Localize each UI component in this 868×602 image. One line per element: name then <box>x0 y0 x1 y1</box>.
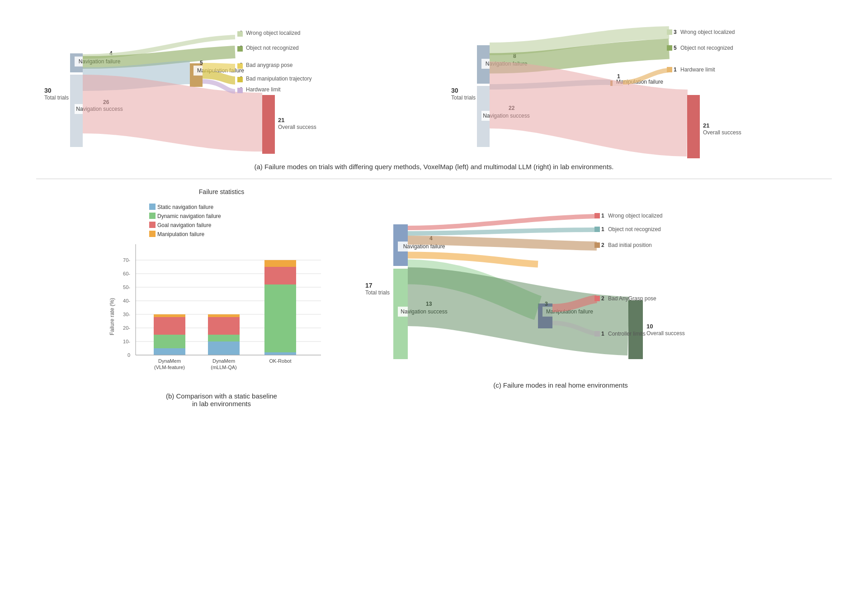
legend-manip-swatch <box>149 231 156 237</box>
home-overall-success-count: 10 <box>646 323 653 330</box>
y-tick-0: 0 <box>127 352 130 358</box>
total-trials-left-count: 30 <box>44 87 52 94</box>
bad-traj-swatch-left <box>237 77 243 82</box>
home-bad-anygrasp-count: 2 <box>601 295 604 302</box>
home-controller-swatch <box>594 331 600 337</box>
obj-not-rec-label-left: Object not recognized <box>246 45 299 51</box>
total-trials-right-label: Total trials <box>451 95 476 101</box>
bar-chart-container: Failure statistics Static navigation fai… <box>104 188 339 408</box>
legend-static-label: Static navigation failure <box>157 204 213 210</box>
bar3-manip <box>264 260 296 267</box>
bar2-label1: DynaMem <box>212 358 235 364</box>
total-trials-left-label: Total trials <box>44 95 69 101</box>
bar1-static <box>154 348 185 355</box>
bad-anygrasp-swatch-left <box>237 63 243 69</box>
bar1-manip <box>154 314 185 317</box>
overall-success-block-right <box>687 95 700 158</box>
bottom-left-caption-line1: (b) Comparison with a static baseline <box>104 392 339 400</box>
y-tick-60: 60- <box>123 271 130 276</box>
hw-limit-swatch-left <box>237 88 243 93</box>
home-wrong-obj-count: 1 <box>601 213 604 219</box>
home-obj-not-rec-count: 1 <box>601 226 604 232</box>
home-bad-init-swatch <box>594 242 600 248</box>
home-total-label: Total trials <box>365 289 390 296</box>
obj-not-rec-swatch-left <box>237 46 243 52</box>
home-bad-init-count: 2 <box>601 242 604 248</box>
hw-limit-label-right: Hardware limit <box>680 66 715 73</box>
bar2-static <box>208 341 240 355</box>
flow-manip-bad-anygrasp-left <box>203 67 235 68</box>
obj-not-rec-swatch-right <box>667 45 672 51</box>
bar2-dynamic <box>208 335 240 341</box>
home-overall-success-block <box>628 300 643 359</box>
home-bad-anygrasp-swatch <box>594 296 600 301</box>
wrong-obj-swatch-right <box>667 29 672 35</box>
legend-goal-swatch <box>149 222 156 228</box>
bar3-goal <box>264 267 296 284</box>
wrong-obj-label-right: Wrong object localized <box>680 29 735 35</box>
legend-manip-label: Manipulation failure <box>157 231 204 237</box>
wrong-obj-count-right: 3 <box>674 29 677 35</box>
hw-limit-count-right: 1 <box>674 66 677 73</box>
home-bad-anygrasp-label: Bad AnyGrasp pose <box>608 295 656 302</box>
flow-nav-success-overall-right <box>490 95 687 123</box>
home-flow-wrong-obj <box>408 216 597 228</box>
bar3-label1: OK-Robot <box>269 358 292 364</box>
y-tick-40: 40- <box>123 298 130 303</box>
bar1-dynamic <box>154 335 185 348</box>
home-obj-not-rec-swatch <box>594 227 600 232</box>
bar3-dynamic <box>264 284 296 352</box>
legend-static-swatch <box>149 204 156 210</box>
hw-limit-swatch-right <box>667 67 672 72</box>
wrong-obj-label-left: Wrong object localized <box>246 30 301 36</box>
overall-success-count-left: 21 <box>278 117 284 123</box>
y-tick-70: 70- <box>123 257 130 263</box>
manip-failure-count-left: 5 <box>200 60 203 66</box>
wrong-obj-swatch-left <box>237 31 243 37</box>
bar1-goal <box>154 317 185 335</box>
top-row: 30 Total trials Navigation failure 4 Nav… <box>18 14 850 158</box>
y-tick-30: 30- <box>123 312 130 317</box>
legend-dynamic-swatch <box>149 213 156 219</box>
home-total-count: 17 <box>365 282 373 289</box>
sankey-home: 17 Total trials Navigation failure 4 Nav… <box>357 188 764 378</box>
bottom-left-caption-line2: in lab environments <box>104 400 339 408</box>
home-controller-label: Controller limits <box>608 331 646 337</box>
bar3-static <box>264 352 296 355</box>
bad-anygrasp-label-left: Bad anygrasp pose <box>246 62 293 68</box>
home-wrong-obj-swatch <box>594 213 600 218</box>
overall-success-block-left <box>262 95 275 154</box>
obj-not-rec-count-right: 5 <box>674 45 677 51</box>
bar-chart-title: Failure statistics <box>104 188 339 195</box>
manip-failure-count-right: 1 <box>617 73 620 80</box>
bar2-manip <box>208 314 240 317</box>
divider <box>36 179 832 179</box>
y-tick-10: 10- <box>123 339 130 344</box>
bottom-right-caption: (c) Failure modes in real home environme… <box>357 381 764 389</box>
home-bad-init-label: Bad initial position <box>608 242 652 248</box>
home-flow-obj-not-rec <box>408 230 597 233</box>
home-wrong-obj-label: Wrong object localized <box>608 213 663 219</box>
page-container: 30 Total trials Navigation failure 4 Nav… <box>0 0 868 421</box>
bar2-goal <box>208 317 240 335</box>
bar1-label2: (VLM-feature) <box>154 365 185 370</box>
obj-not-rec-label-right: Object not recognized <box>680 45 733 51</box>
bar2-label2: (mLLM-QA) <box>211 365 236 370</box>
bottom-row: Failure statistics Static navigation fai… <box>18 188 850 408</box>
y-tick-50: 50- <box>123 284 130 290</box>
sankey-right-lab: 30 Total trials Navigation failure 8 Nav… <box>443 14 832 158</box>
legend-dynamic-label: Dynamic navigation failure <box>157 213 221 219</box>
overall-success-label-right: Overall success <box>703 129 741 136</box>
flow-nav-success-overall-left <box>83 104 262 122</box>
home-obj-not-rec-label: Object not recognized <box>608 226 661 232</box>
bar1-label1: DynaMem <box>158 358 181 364</box>
home-controller-count: 1 <box>601 331 604 337</box>
top-caption: (a) Failure modes on trials with differi… <box>18 163 850 171</box>
y-axis-label: Failure rate (%) <box>109 298 115 336</box>
sankey-left: 30 Total trials Navigation failure 4 Nav… <box>36 14 425 158</box>
total-trials-right-count: 30 <box>451 87 458 94</box>
hw-limit-label-left: Hardware limit <box>246 86 281 93</box>
home-overall-success-label: Overall success <box>646 330 685 337</box>
overall-success-count-right: 21 <box>703 122 709 129</box>
bad-traj-label-left: Bad manipulation trajectory <box>246 76 311 82</box>
